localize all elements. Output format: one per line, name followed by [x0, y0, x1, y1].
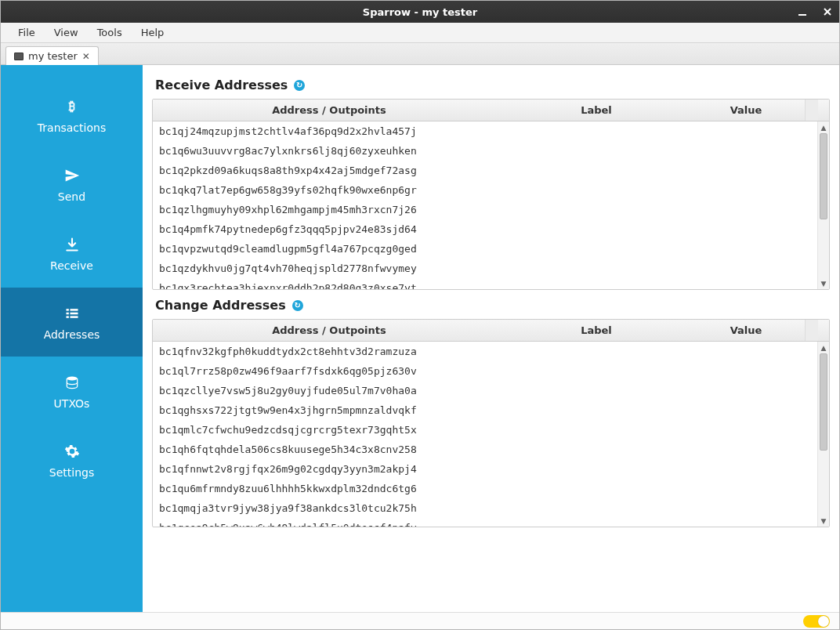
- receive-section: Receive Addresses ↻ Address / Outpoints …: [152, 78, 830, 290]
- col-header-value[interactable]: Value: [687, 100, 805, 121]
- refresh-icon[interactable]: ↻: [292, 300, 303, 311]
- utxos-icon: [63, 374, 81, 391]
- menu-tools[interactable]: Tools: [88, 24, 132, 42]
- table-row[interactable]: bc1qvpzwutqd9cleamdlugpm5gfl4a767pcqzg0g…: [153, 239, 829, 259]
- svg-rect-8: [66, 316, 68, 318]
- window-close-button[interactable]: [820, 5, 835, 19]
- change-scrollbar[interactable]: ▲ ▼: [817, 342, 829, 527]
- main-content: Receive Addresses ↻ Address / Outpoints …: [143, 65, 839, 612]
- sidebar-item-label: UTXOs: [54, 397, 90, 410]
- svg-rect-6: [66, 313, 68, 315]
- sidebar-item-utxos[interactable]: UTXOs: [1, 357, 143, 425]
- change-section: Change Addresses ↻ Address / Outpoints L…: [152, 298, 830, 527]
- gear-icon: [63, 443, 81, 460]
- table-row[interactable]: bc1qghsxs722jtgt9w9en4x3jhgrn5mpmnzaldvq…: [153, 400, 829, 420]
- wallet-tab-label: my tester: [28, 50, 78, 62]
- scroll-up-icon[interactable]: ▲: [818, 342, 829, 353]
- address-cell: bc1q6wu3uuvvrg8ac7ylxnkrs6lj8qj60zyxeuhk…: [153, 145, 505, 157]
- refresh-icon[interactable]: ↻: [294, 80, 305, 91]
- address-cell: bc1qh6fqtqhdela506cs8kuusege5h34c3x8cnv2…: [153, 444, 505, 455]
- address-cell: bc1qkq7lat7ep6gw658g39yfs02hqfk90wxe6np6…: [153, 184, 505, 196]
- receive-icon: [63, 236, 81, 253]
- svg-rect-4: [66, 309, 68, 311]
- sidebar-item-label: Settings: [49, 466, 94, 479]
- address-cell: bc1qfnv32kgfph0kuddtydx2ct8ehhtv3d2ramzu…: [153, 346, 505, 357]
- table-row[interactable]: bc1qh6fqtqhdela506cs8kuusege5h34c3x8cnv2…: [153, 440, 829, 459]
- col-header-value[interactable]: Value: [687, 320, 805, 341]
- sidebar-item-addresses[interactable]: Addresses: [1, 288, 143, 357]
- table-row[interactable]: bc1qj24mqzupjmst2chtlv4af36pq9d2x2hvla45…: [153, 121, 829, 141]
- menu-file[interactable]: File: [9, 24, 45, 42]
- bitcoin-icon: ₿: [63, 98, 81, 115]
- table-row[interactable]: bc1qfnnwt2v8rgjfqx26m9g02cgdqy3yyn3m2akp…: [153, 459, 829, 479]
- col-header-address[interactable]: Address / Outpoints: [153, 100, 505, 121]
- addresses-icon: [63, 305, 81, 322]
- address-cell: bc1qfnnwt2v8rgjfqx26m9g02cgdqy3yyn3m2akp…: [153, 463, 505, 475]
- window-title: Sparrow - my tester: [363, 6, 477, 18]
- sidebar-item-receive[interactable]: Receive: [1, 219, 143, 288]
- col-header-label[interactable]: Label: [505, 320, 687, 341]
- scroll-thumb[interactable]: [820, 353, 827, 451]
- sidebar-item-label: Addresses: [44, 328, 100, 341]
- address-cell: bc1q2pkzd09a6kuqs8a8th9xp4x42aj5mdgef72a…: [153, 165, 505, 176]
- sidebar-item-settings[interactable]: Settings: [1, 425, 143, 494]
- window-minimize-button[interactable]: [795, 5, 809, 19]
- scroll-thumb[interactable]: [820, 133, 827, 219]
- table-row[interactable]: bc1qzcllye7vsw5j8u2gy0uyjfude05ul7m7v0ha…: [153, 381, 829, 400]
- table-row[interactable]: bc1qmqja3tvr9jyw38jya9f38ankdcs3l0tcu2k7…: [153, 498, 829, 518]
- table-row[interactable]: bc1qzdykhvu0jg7qt4vh70heqjspld2778nfwvym…: [153, 259, 829, 278]
- table-row[interactable]: bc1qzlhgmuyhy09xhpl62mhgampjm45mh3rxcn7j…: [153, 200, 829, 219]
- scroll-down-icon[interactable]: ▼: [818, 277, 829, 289]
- address-cell: bc1qvpzwutqd9cleamdlugpm5gfl4a767pcqzg0g…: [153, 243, 505, 255]
- svg-rect-9: [70, 316, 78, 318]
- table-row[interactable]: bc1qcea9ch5w9uaw6wh49lwdalfl5u0dtessf4pa…: [153, 518, 829, 527]
- table-row[interactable]: bc1qfnv32kgfph0kuddtydx2ct8ehhtv3d2ramzu…: [153, 342, 829, 361]
- menu-view[interactable]: View: [45, 24, 88, 42]
- address-cell: bc1qmlc7cfwchu9edzcdsqjcgrcrg5texr73gqht…: [153, 424, 505, 436]
- address-cell: bc1qzlhgmuyhy09xhpl62mhgampjm45mh3rxcn7j…: [153, 204, 505, 215]
- address-cell: bc1qu6mfrmndy8zuu6lhhhh5kkwxdplm32dndc6t…: [153, 483, 505, 494]
- table-row[interactable]: bc1qmlc7cfwchu9edzcdsqjcgrcrg5texr73gqht…: [153, 420, 829, 440]
- receive-table: Address / Outpoints Label Value bc1qj24m…: [152, 99, 830, 290]
- close-icon[interactable]: ✕: [82, 51, 90, 62]
- menubar: File View Tools Help: [1, 23, 839, 43]
- svg-text:₿: ₿: [68, 99, 75, 114]
- scroll-down-icon[interactable]: ▼: [818, 515, 829, 527]
- col-header-label[interactable]: Label: [505, 100, 687, 121]
- table-row[interactable]: bc1q2pkzd09a6kuqs8a8th9xp4x42aj5mdgef72a…: [153, 161, 829, 180]
- address-cell: bc1qzdykhvu0jg7qt4vh70heqjspld2778nfwvym…: [153, 262, 505, 274]
- sidebar-item-label: Receive: [50, 259, 93, 272]
- table-row[interactable]: bc1qkq7lat7ep6gw658g39yfs02hqfk90wxe6np6…: [153, 180, 829, 200]
- statusbar: [1, 612, 839, 629]
- tabstrip: my tester ✕: [1, 43, 839, 65]
- titlebar: Sparrow - my tester: [1, 1, 839, 23]
- app-window: Sparrow - my tester File View Tools Help…: [0, 0, 840, 630]
- col-header-scroll: [805, 320, 818, 341]
- sidebar-item-label: Send: [58, 190, 85, 203]
- receive-scrollbar[interactable]: ▲ ▼: [817, 121, 829, 289]
- sidebar: ₿ Transactions Send Receive Addresses UT…: [1, 65, 143, 612]
- table-row[interactable]: bc1q6wu3uuvvrg8ac7ylxnkrs6lj8qj60zyxeuhk…: [153, 141, 829, 161]
- address-cell: bc1qcea9ch5w9uaw6wh49lwdalfl5u0dtessf4pa…: [153, 522, 505, 527]
- receive-title: Receive Addresses: [155, 78, 288, 92]
- table-row[interactable]: bc1qx3rechtea3hjexnxr0ddh2p82d80g3z0xse7…: [153, 278, 829, 289]
- address-cell: bc1qzcllye7vsw5j8u2gy0uyjfude05ul7m7v0ha…: [153, 385, 505, 396]
- table-row[interactable]: bc1ql7rrz58p0zw496f9aarf7fsdxk6qg05pjz63…: [153, 361, 829, 381]
- change-title: Change Addresses: [155, 298, 286, 313]
- connection-toggle[interactable]: [803, 615, 830, 628]
- svg-rect-5: [70, 309, 78, 311]
- table-row[interactable]: bc1q4pmfk74pytnedep6gfz3qqq5pjpv24e83sjd…: [153, 219, 829, 239]
- address-cell: bc1qj24mqzupjmst2chtlv4af36pq9d2x2hvla45…: [153, 125, 505, 137]
- sidebar-item-send[interactable]: Send: [1, 150, 143, 219]
- menu-help[interactable]: Help: [132, 24, 174, 42]
- col-header-address[interactable]: Address / Outpoints: [153, 320, 505, 341]
- change-table: Address / Outpoints Label Value bc1qfnv3…: [152, 319, 830, 527]
- scroll-up-icon[interactable]: ▲: [818, 121, 829, 133]
- wallet-tab[interactable]: my tester ✕: [5, 46, 99, 65]
- svg-rect-7: [70, 313, 78, 315]
- table-row[interactable]: bc1qu6mfrmndy8zuu6lhhhh5kkwxdplm32dndc6t…: [153, 479, 829, 498]
- sidebar-item-transactions[interactable]: ₿ Transactions: [1, 81, 143, 150]
- send-icon: [63, 167, 81, 184]
- address-cell: bc1ql7rrz58p0zw496f9aarf7fsdxk6qg05pjz63…: [153, 365, 505, 377]
- svg-rect-0: [798, 14, 806, 16]
